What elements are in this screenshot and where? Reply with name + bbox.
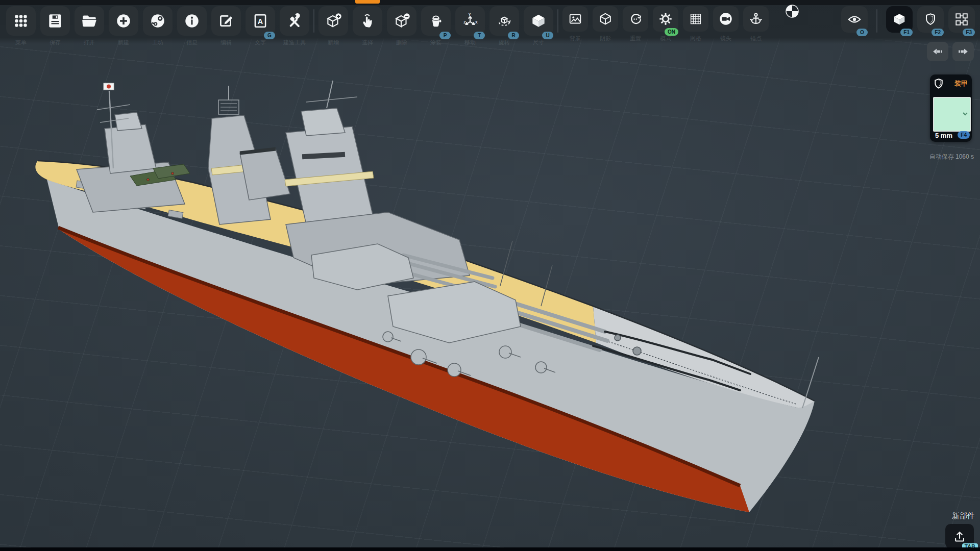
toolbar-button-anchor[interactable]: 锚点 xyxy=(743,6,769,41)
toolbar-button-edit[interactable]: 编辑 xyxy=(211,6,241,45)
camera-icon xyxy=(718,11,733,27)
toolbar-button-build-tools[interactable]: 建造工具 xyxy=(280,6,309,45)
button-label: 锚点 xyxy=(750,35,762,41)
toolbar-group-build: 新增 选择 删除 xyxy=(318,6,553,45)
button-label: 涂装 xyxy=(430,39,442,45)
toggle-badge: ON xyxy=(665,28,678,36)
battleship-model xyxy=(0,0,980,551)
button-label: 镜头 xyxy=(720,35,731,41)
toolbar-group-file: 菜单 保存 打开 新建 xyxy=(6,6,309,45)
button-label: 旋转 xyxy=(499,39,510,45)
toolbar-button-new[interactable]: 新建 xyxy=(109,6,138,45)
toolbar-button-open[interactable]: 打开 xyxy=(75,6,104,45)
shortcut-badge: P xyxy=(439,32,451,39)
upload-icon xyxy=(952,529,967,543)
button-label: 网格 xyxy=(690,35,701,41)
mid-tower xyxy=(208,115,271,224)
button-label: 菜单 xyxy=(15,39,27,45)
cube-plus-icon xyxy=(325,12,342,30)
aft-pagoda xyxy=(105,124,156,173)
undo-arrow-icon xyxy=(930,44,945,59)
cube-outline-icon xyxy=(598,11,613,27)
button-label: 工坊 xyxy=(152,39,163,45)
armor-shortcut-badge: F4 xyxy=(958,131,970,139)
shortcut-badge: G xyxy=(264,32,275,39)
info-icon xyxy=(183,12,201,30)
ship-deck-bow xyxy=(593,306,815,408)
toolbar-button-visibility[interactable]: O xyxy=(841,6,868,33)
grid-icon xyxy=(688,11,703,27)
toolbar-button-translate[interactable]: Y Z X T 移动 xyxy=(455,6,485,45)
toolbar-group-view: 背景 阴影 重置 xyxy=(562,6,769,41)
ship-hull-side xyxy=(47,180,815,512)
shortcut-badge: O xyxy=(856,29,868,36)
funnel xyxy=(240,149,290,200)
button-label: 信息 xyxy=(186,39,198,45)
svg-text:Y: Y xyxy=(469,13,471,16)
toolbar-button-background[interactable]: 背景 xyxy=(562,6,588,41)
button-label: 删除 xyxy=(396,39,407,45)
button-label: 建造工具 xyxy=(283,39,306,45)
turret-a xyxy=(388,282,607,350)
shortcut-badge: T xyxy=(474,32,485,39)
toolbar-button-select[interactable]: 选择 xyxy=(353,6,382,45)
toolbar-button-add-block[interactable]: 新增 xyxy=(318,6,348,45)
button-label: 打开 xyxy=(84,39,95,45)
toolbar-button-paint[interactable]: P 涂装 xyxy=(421,6,451,45)
text-a-icon: A xyxy=(252,12,269,30)
toolbar-button-workshop[interactable]: 工坊 xyxy=(143,6,173,45)
button-label: 背景 xyxy=(570,35,581,41)
new-part-widget: 新部件 TAB xyxy=(914,511,975,548)
button-label: 重置 xyxy=(630,35,641,41)
solid-cube-icon xyxy=(530,12,547,30)
toolbar-button-camera[interactable]: 镜头 xyxy=(713,6,739,41)
armor-material-swatch[interactable] xyxy=(933,97,971,132)
shortcut-badge: U xyxy=(542,32,553,39)
toolbar-button-structure-view[interactable]: F3 xyxy=(948,6,975,33)
top-toolbar: 菜单 保存 打开 新建 xyxy=(0,0,980,44)
autosave-status: 自动保存 1060 s xyxy=(929,153,974,161)
shortcut-badge: F3 xyxy=(963,29,975,36)
viewport-3d[interactable] xyxy=(0,0,980,551)
undo-button[interactable] xyxy=(927,42,948,61)
toolbar-button-remove-block[interactable]: 删除 xyxy=(387,6,416,45)
plus-circle-icon xyxy=(115,12,132,30)
stern-flag xyxy=(104,83,114,90)
toolbar-button-rotate[interactable]: R 旋转 xyxy=(489,6,519,45)
new-part-label: 新部件 xyxy=(914,511,975,521)
ship-boot-stripe xyxy=(58,228,740,486)
toolbar-divider xyxy=(313,9,314,33)
toolbar-button-save[interactable]: 保存 xyxy=(40,6,70,45)
new-part-button[interactable]: TAB xyxy=(945,524,974,548)
open-folder-icon xyxy=(81,12,98,30)
toolbar-divider xyxy=(876,9,877,33)
toolbar-button-menu[interactable]: 菜单 xyxy=(6,6,36,45)
pivot-indicator[interactable] xyxy=(785,4,799,18)
toolbar-button-info[interactable]: 信息 xyxy=(177,6,207,45)
ship-hull-red xyxy=(58,228,749,512)
toolbar-button-scale[interactable]: U 尺寸 xyxy=(524,6,553,45)
reset-rotation-icon xyxy=(628,11,643,27)
turret-b xyxy=(311,244,495,295)
button-label: 选择 xyxy=(362,39,373,45)
shortcut-badge: F2 xyxy=(932,29,944,36)
svg-text:X: X xyxy=(475,20,478,24)
toolbar-button-grid[interactable]: 网格 xyxy=(683,6,708,41)
toolbar-button-model-view[interactable]: F1 xyxy=(886,6,913,33)
toolbar-divider xyxy=(557,9,558,33)
save-icon xyxy=(46,12,64,30)
schematic-icon xyxy=(954,12,969,27)
toolbar-button-reset-view[interactable]: 重置 xyxy=(623,6,648,41)
toolbar-display-section: O F1 F2 F3 xyxy=(841,6,975,33)
bow-chains xyxy=(593,332,750,390)
toolbar-button-text[interactable]: A G 文字 xyxy=(246,6,275,45)
redo-button[interactable] xyxy=(952,42,974,61)
shelter-deck xyxy=(286,212,470,286)
tools-icon xyxy=(286,12,303,30)
image-icon xyxy=(568,11,583,27)
toolbar-button-model[interactable]: 阴影 xyxy=(593,6,618,41)
redo-arrow-icon xyxy=(955,44,971,59)
toolbar-button-armor-view[interactable]: F2 xyxy=(917,6,944,33)
toolbar-button-settings[interactable]: ON 模式 xyxy=(653,6,678,41)
button-label: 移动 xyxy=(464,39,476,45)
